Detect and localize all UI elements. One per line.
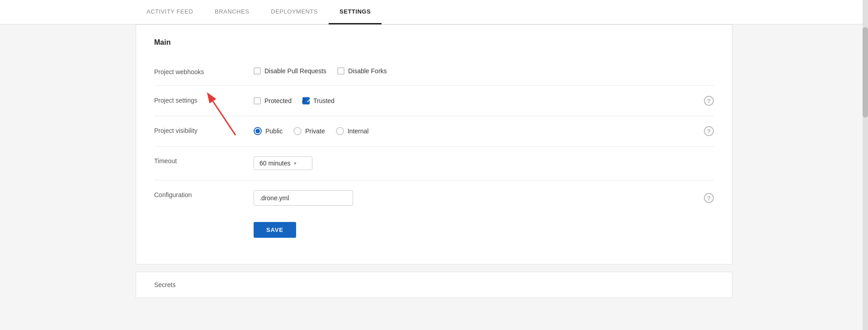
timeout-value: 60 minutes: [259, 160, 290, 167]
private-text: Private: [305, 127, 325, 135]
trusted-text: Trusted: [313, 97, 335, 104]
disable-forks-checkbox-label[interactable]: Disable Forks: [337, 67, 387, 75]
internal-text: Internal: [348, 127, 369, 135]
project-visibility-row: Project visibility Public Private Intern…: [154, 118, 714, 144]
configuration-row: Configuration ?: [154, 182, 714, 214]
page-wrapper: ACTIVITY FEED BRANCHES DEPLOYMENTS SETTI…: [0, 0, 868, 330]
scrollbar-thumb[interactable]: [863, 27, 868, 118]
card-title: Main: [154, 38, 714, 47]
public-radio[interactable]: [254, 127, 262, 135]
check-icon: ✓: [301, 97, 307, 104]
project-webhooks-controls: Disable Pull Requests Disable Forks: [254, 67, 714, 75]
project-webhooks-row: Project webhooks Disable Pull Requests D…: [154, 59, 714, 84]
divider-3: [154, 146, 714, 146]
configuration-controls: ?: [254, 190, 714, 206]
scrollbar[interactable]: [863, 0, 868, 330]
protected-checkbox-label[interactable]: Protected: [254, 97, 292, 104]
private-radio[interactable]: [293, 127, 302, 135]
internal-radio[interactable]: [336, 127, 344, 135]
configuration-input[interactable]: [254, 190, 353, 206]
divider-2: [154, 116, 714, 116]
protected-text: Protected: [264, 97, 292, 104]
save-label-spacer: [154, 222, 254, 223]
public-radio-label[interactable]: Public: [254, 127, 283, 135]
timeout-select[interactable]: 60 minutes ▾: [254, 156, 312, 170]
nav-tabs: ACTIVITY FEED BRANCHES DEPLOYMENTS SETTI…: [0, 0, 868, 24]
timeout-controls: 60 minutes ▾: [254, 156, 714, 170]
content-area: Main Project webhooks Disable Pull Reque…: [0, 24, 868, 330]
chevron-down-icon: ▾: [294, 160, 297, 166]
timeout-row: Timeout 60 minutes ▾: [154, 148, 714, 178]
configuration-label: Configuration: [154, 190, 254, 198]
main-settings-card: Main Project webhooks Disable Pull Reque…: [136, 24, 732, 264]
tab-branches[interactable]: BRANCHES: [204, 0, 260, 24]
tab-settings[interactable]: SETTINGS: [329, 0, 382, 24]
disable-pull-requests-checkbox[interactable]: [254, 67, 261, 75]
trusted-checkbox[interactable]: ✓: [302, 97, 310, 104]
save-controls: SAVE: [254, 222, 714, 238]
disable-pull-requests-text: Disable Pull Requests: [264, 67, 326, 75]
project-settings-help-icon[interactable]: ?: [704, 96, 714, 106]
disable-forks-text: Disable Forks: [348, 67, 387, 75]
project-settings-row: Project settings Protected ✓ Trusted ?: [154, 88, 714, 114]
private-radio-label[interactable]: Private: [293, 127, 325, 135]
project-visibility-controls: Public Private Internal ?: [254, 126, 714, 136]
save-button[interactable]: SAVE: [254, 222, 296, 238]
disable-forks-checkbox[interactable]: [337, 67, 344, 75]
timeout-label: Timeout: [154, 156, 254, 165]
secrets-card: Secrets: [136, 272, 732, 298]
project-visibility-label: Project visibility: [154, 126, 254, 134]
disable-pull-requests-checkbox-label[interactable]: Disable Pull Requests: [254, 67, 326, 75]
project-visibility-help-icon[interactable]: ?: [704, 126, 714, 136]
internal-radio-label[interactable]: Internal: [336, 127, 369, 135]
protected-checkbox[interactable]: [254, 97, 261, 104]
project-settings-controls: Protected ✓ Trusted ?: [254, 96, 714, 106]
trusted-checkbox-label[interactable]: ✓ Trusted: [302, 97, 335, 104]
project-webhooks-label: Project webhooks: [154, 67, 254, 75]
public-text: Public: [265, 127, 283, 135]
secrets-title: Secrets: [154, 281, 714, 288]
configuration-help-icon[interactable]: ?: [704, 193, 714, 203]
divider-1: [154, 85, 714, 86]
tab-activity-feed[interactable]: ACTIVITY FEED: [136, 0, 204, 24]
save-row: SAVE: [154, 214, 714, 246]
tab-deployments[interactable]: DEPLOYMENTS: [260, 0, 329, 24]
divider-4: [154, 180, 714, 180]
project-settings-label: Project settings: [154, 96, 254, 104]
